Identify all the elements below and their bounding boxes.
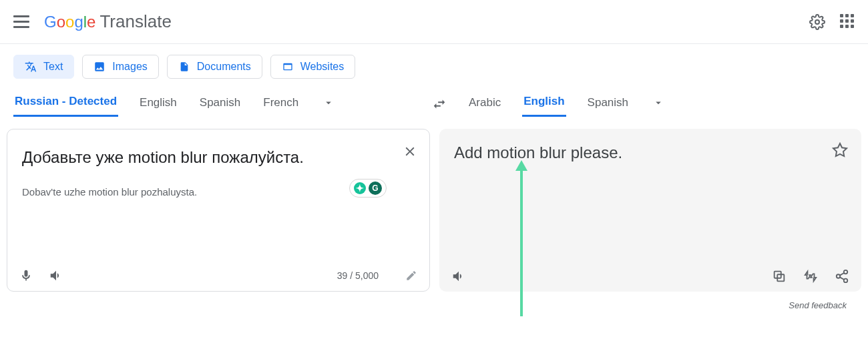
source-lang-french[interactable]: French bbox=[262, 89, 300, 116]
svg-point-0 bbox=[815, 20, 819, 24]
source-lang-spanish[interactable]: Spanish bbox=[198, 89, 242, 116]
grammarly-badge[interactable]: ✦ G bbox=[349, 179, 387, 198]
google-translate-logo[interactable]: Google Translate bbox=[44, 11, 172, 32]
source-text-input[interactable]: Добавьте уже motion blur пожалуйста. bbox=[22, 147, 415, 167]
mode-text-tab[interactable]: Text bbox=[13, 55, 74, 79]
svg-line-8 bbox=[840, 273, 844, 276]
logo-translate-text: Translate bbox=[99, 11, 171, 32]
svg-marker-1 bbox=[833, 143, 847, 156]
source-lang-english[interactable]: English bbox=[138, 89, 178, 116]
character-counter: 39 / 5,000 bbox=[337, 270, 379, 281]
google-apps-grid-icon[interactable] bbox=[839, 14, 855, 30]
source-lang-detected[interactable]: Russian - Detected bbox=[13, 88, 118, 117]
microphone-icon[interactable] bbox=[19, 269, 33, 282]
target-text-panel: Add motion blur please. Send feedback bbox=[439, 129, 861, 292]
svg-point-6 bbox=[844, 279, 848, 283]
source-lang-more-chevron-icon[interactable] bbox=[320, 94, 337, 111]
swap-languages-icon[interactable] bbox=[427, 92, 451, 116]
mode-images-tab[interactable]: Images bbox=[82, 55, 158, 79]
mode-documents-label: Documents bbox=[197, 61, 251, 73]
mode-images-label: Images bbox=[112, 61, 147, 73]
target-lang-arabic[interactable]: Arabic bbox=[467, 89, 502, 116]
target-lang-english[interactable]: English bbox=[522, 88, 566, 117]
website-icon bbox=[282, 61, 294, 73]
mode-websites-label: Websites bbox=[300, 61, 345, 73]
rate-translation-icon[interactable] bbox=[803, 269, 819, 284]
clear-input-icon[interactable] bbox=[403, 144, 417, 159]
svg-point-4 bbox=[844, 270, 848, 274]
copy-translation-icon[interactable] bbox=[772, 269, 787, 284]
listen-target-icon[interactable] bbox=[451, 269, 466, 284]
source-text-panel: Добавьте уже motion blur пожалуйста. ✦ G… bbox=[7, 129, 430, 292]
target-lang-spanish[interactable]: Spanish bbox=[586, 89, 630, 116]
svg-point-5 bbox=[837, 274, 841, 278]
target-language-bar: Arabic English Spanish bbox=[434, 88, 861, 122]
keyboard-edit-icon[interactable] bbox=[405, 270, 417, 282]
share-translation-icon[interactable] bbox=[835, 269, 849, 284]
mode-websites-tab[interactable]: Websites bbox=[270, 55, 356, 79]
hamburger-menu-icon[interactable] bbox=[13, 13, 32, 31]
image-icon bbox=[93, 61, 105, 73]
grammarly-plus-icon: ✦ bbox=[354, 182, 366, 194]
svg-line-7 bbox=[840, 277, 844, 280]
document-icon bbox=[178, 61, 190, 73]
target-translation-text: Add motion blur please. bbox=[454, 143, 847, 162]
target-lang-more-chevron-icon[interactable] bbox=[650, 94, 667, 111]
listen-source-icon[interactable] bbox=[49, 268, 63, 283]
annotation-arrow bbox=[520, 168, 523, 316]
mode-text-label: Text bbox=[43, 61, 63, 73]
mode-documents-tab[interactable]: Documents bbox=[167, 55, 262, 79]
settings-gear-icon[interactable] bbox=[809, 14, 825, 30]
header: Google Translate bbox=[0, 0, 868, 44]
grammarly-g-icon: G bbox=[369, 182, 382, 195]
save-translation-star-icon[interactable] bbox=[832, 142, 848, 158]
translate-text-icon bbox=[25, 61, 37, 73]
source-language-bar: Russian - Detected English Spanish Frenc… bbox=[7, 88, 434, 122]
mode-tabs: Text Images Documents Websites bbox=[0, 44, 868, 88]
send-feedback-link[interactable]: Send feedback bbox=[789, 300, 847, 310]
